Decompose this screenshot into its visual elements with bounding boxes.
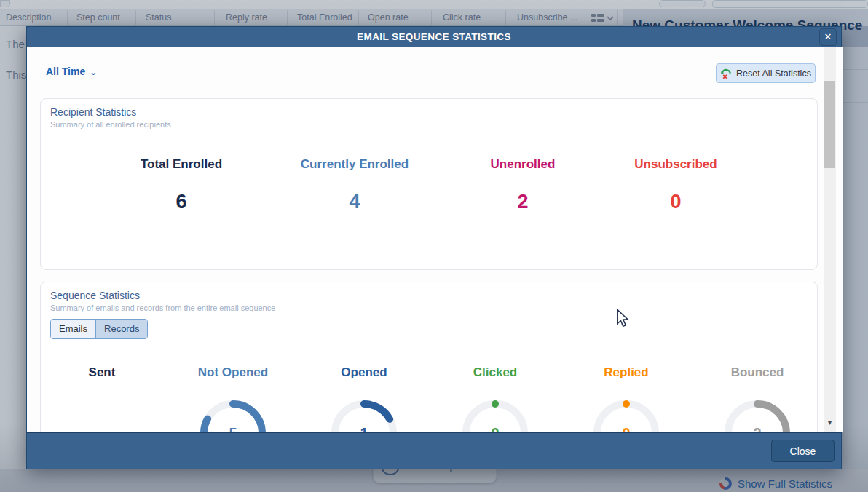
metric-gauge: 1 <box>329 398 399 432</box>
time-filter-label: All Time <box>46 66 85 77</box>
recipient-stat: Currently Enrolled4 <box>282 157 427 213</box>
card-subtitle: Summary of emails and records from the e… <box>50 303 275 312</box>
screen: DescriptionStep countStatusReply rateTot… <box>0 0 868 492</box>
recipient-statistics-card: Recipient Statistics Summary of all enro… <box>40 98 818 270</box>
close-icon[interactable]: ✕ <box>819 28 837 46</box>
card-title: Sequence Statistics <box>50 290 140 301</box>
reset-button-label: Reset All Statistics <box>736 68 811 79</box>
sequence-metrics-row: SentNot Opened5Opened1Clicked0Replied0Bo… <box>41 365 817 432</box>
sequence-metric: Sent <box>36 365 167 381</box>
recipient-stat: Unsubscribed0 <box>603 157 749 213</box>
sequence-metric: Opened1 <box>299 365 430 432</box>
metric-value: 5 <box>229 425 237 432</box>
metric-gauge: 0 <box>460 398 530 432</box>
time-filter-dropdown[interactable]: All Time⌄ <box>46 66 97 77</box>
chevron-down-icon: ⌄ <box>90 67 97 77</box>
metric-gauge: 0 <box>591 398 661 432</box>
stat-value: 6 <box>108 191 254 213</box>
emails-records-toggle: Emails Records <box>50 319 148 339</box>
stat-value: 2 <box>450 191 596 213</box>
card-subtitle: Summary of all enrolled recipients <box>50 120 171 129</box>
metric-label: Replied <box>561 365 692 381</box>
modal-title: EMAIL SEQUENCE STATISTICS <box>27 31 841 42</box>
tab-records[interactable]: Records <box>95 320 147 338</box>
metric-label: Bounced <box>692 365 823 381</box>
metric-label: Opened <box>299 365 430 381</box>
metric-label: Sent <box>36 365 167 381</box>
metric-label: Not Opened <box>167 365 299 381</box>
sequence-metric: Bounced2 <box>692 365 823 432</box>
metric-value: 2 <box>753 425 761 432</box>
scroll-down-icon[interactable]: ▾ <box>824 416 836 430</box>
scrollbar-thumb[interactable] <box>824 81 835 168</box>
modal-scrollbar[interactable]: ▾ <box>824 47 836 432</box>
metric-gauge: 2 <box>722 398 792 432</box>
sequence-metric: Not Opened5 <box>167 365 299 432</box>
metric-label: Clicked <box>430 365 561 381</box>
recipient-stat: Unenrolled2 <box>450 157 596 213</box>
modal-body: All Time⌄ Reset All Statistics Recipient… <box>27 47 843 432</box>
close-button[interactable]: Close <box>771 440 835 462</box>
card-title: Recipient Statistics <box>50 106 136 118</box>
sequence-metric: Clicked0 <box>430 365 561 432</box>
stat-value: 4 <box>282 191 427 213</box>
stat-label: Unenrolled <box>450 157 596 172</box>
stat-value: 0 <box>603 191 749 213</box>
reset-all-statistics-button[interactable]: Reset All Statistics <box>716 63 816 83</box>
mouse-cursor <box>616 309 631 330</box>
reset-icon <box>720 68 732 79</box>
recipient-stat: Total Enrolled6 <box>108 157 254 213</box>
email-sequence-statistics-modal: EMAIL SEQUENCE STATISTICS ✕ All Time⌄ Re… <box>26 26 842 469</box>
stat-label: Total Enrolled <box>108 157 254 172</box>
stat-label: Currently Enrolled <box>282 157 427 172</box>
metric-value: 0 <box>622 425 630 432</box>
recipient-stats-row: Total Enrolled6Currently Enrolled4Unenro… <box>41 157 817 259</box>
tab-emails[interactable]: Emails <box>51 320 95 338</box>
sequence-metric: Replied0 <box>561 365 692 432</box>
stat-label: Unsubscribed <box>603 157 749 172</box>
metric-gauge: 5 <box>198 398 268 432</box>
modal-header: EMAIL SEQUENCE STATISTICS ✕ <box>27 27 841 47</box>
metric-value: 1 <box>360 425 368 432</box>
modal-footer: Close <box>27 432 841 469</box>
metric-value: 0 <box>491 425 499 432</box>
sequence-statistics-card: Sequence Statistics Summary of emails an… <box>40 282 818 432</box>
